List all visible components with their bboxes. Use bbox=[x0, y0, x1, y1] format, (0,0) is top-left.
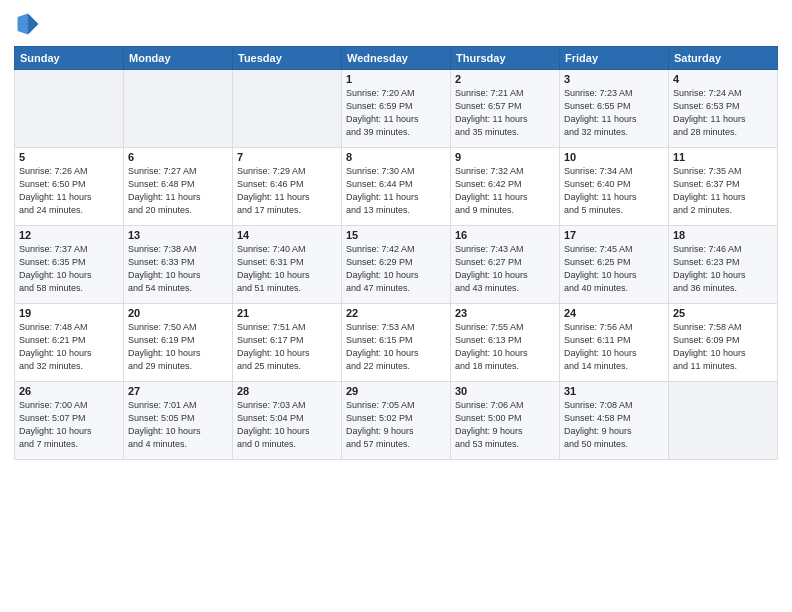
day-info: Sunrise: 7:40 AM Sunset: 6:31 PM Dayligh… bbox=[237, 243, 337, 295]
svg-marker-0 bbox=[28, 14, 39, 35]
calendar-cell: 13Sunrise: 7:38 AM Sunset: 6:33 PM Dayli… bbox=[124, 226, 233, 304]
day-number: 15 bbox=[346, 229, 446, 241]
header bbox=[14, 10, 778, 38]
day-number: 19 bbox=[19, 307, 119, 319]
day-number: 16 bbox=[455, 229, 555, 241]
day-number: 27 bbox=[128, 385, 228, 397]
day-info: Sunrise: 7:35 AM Sunset: 6:37 PM Dayligh… bbox=[673, 165, 773, 217]
day-info: Sunrise: 7:48 AM Sunset: 6:21 PM Dayligh… bbox=[19, 321, 119, 373]
day-info: Sunrise: 7:03 AM Sunset: 5:04 PM Dayligh… bbox=[237, 399, 337, 451]
calendar-cell: 22Sunrise: 7:53 AM Sunset: 6:15 PM Dayli… bbox=[342, 304, 451, 382]
day-info: Sunrise: 7:43 AM Sunset: 6:27 PM Dayligh… bbox=[455, 243, 555, 295]
calendar-cell: 17Sunrise: 7:45 AM Sunset: 6:25 PM Dayli… bbox=[560, 226, 669, 304]
day-number: 2 bbox=[455, 73, 555, 85]
day-info: Sunrise: 7:24 AM Sunset: 6:53 PM Dayligh… bbox=[673, 87, 773, 139]
calendar-week-2: 12Sunrise: 7:37 AM Sunset: 6:35 PM Dayli… bbox=[15, 226, 778, 304]
calendar-cell: 20Sunrise: 7:50 AM Sunset: 6:19 PM Dayli… bbox=[124, 304, 233, 382]
day-number: 9 bbox=[455, 151, 555, 163]
day-info: Sunrise: 7:51 AM Sunset: 6:17 PM Dayligh… bbox=[237, 321, 337, 373]
page: SundayMondayTuesdayWednesdayThursdayFrid… bbox=[0, 0, 792, 612]
day-number: 10 bbox=[564, 151, 664, 163]
calendar-week-4: 26Sunrise: 7:00 AM Sunset: 5:07 PM Dayli… bbox=[15, 382, 778, 460]
day-number: 30 bbox=[455, 385, 555, 397]
calendar-cell: 8Sunrise: 7:30 AM Sunset: 6:44 PM Daylig… bbox=[342, 148, 451, 226]
day-info: Sunrise: 7:01 AM Sunset: 5:05 PM Dayligh… bbox=[128, 399, 228, 451]
day-number: 13 bbox=[128, 229, 228, 241]
day-info: Sunrise: 7:26 AM Sunset: 6:50 PM Dayligh… bbox=[19, 165, 119, 217]
day-info: Sunrise: 7:06 AM Sunset: 5:00 PM Dayligh… bbox=[455, 399, 555, 451]
calendar-weekday-wednesday: Wednesday bbox=[342, 47, 451, 70]
calendar-cell: 9Sunrise: 7:32 AM Sunset: 6:42 PM Daylig… bbox=[451, 148, 560, 226]
calendar-cell bbox=[124, 70, 233, 148]
calendar-cell bbox=[669, 382, 778, 460]
calendar-week-1: 5Sunrise: 7:26 AM Sunset: 6:50 PM Daylig… bbox=[15, 148, 778, 226]
calendar-cell: 29Sunrise: 7:05 AM Sunset: 5:02 PM Dayli… bbox=[342, 382, 451, 460]
day-number: 1 bbox=[346, 73, 446, 85]
calendar-cell: 16Sunrise: 7:43 AM Sunset: 6:27 PM Dayli… bbox=[451, 226, 560, 304]
day-number: 18 bbox=[673, 229, 773, 241]
day-info: Sunrise: 7:34 AM Sunset: 6:40 PM Dayligh… bbox=[564, 165, 664, 217]
calendar-cell: 23Sunrise: 7:55 AM Sunset: 6:13 PM Dayli… bbox=[451, 304, 560, 382]
calendar-cell: 11Sunrise: 7:35 AM Sunset: 6:37 PM Dayli… bbox=[669, 148, 778, 226]
calendar-cell: 7Sunrise: 7:29 AM Sunset: 6:46 PM Daylig… bbox=[233, 148, 342, 226]
day-info: Sunrise: 7:32 AM Sunset: 6:42 PM Dayligh… bbox=[455, 165, 555, 217]
day-number: 6 bbox=[128, 151, 228, 163]
day-number: 21 bbox=[237, 307, 337, 319]
calendar-cell: 12Sunrise: 7:37 AM Sunset: 6:35 PM Dayli… bbox=[15, 226, 124, 304]
calendar-cell: 26Sunrise: 7:00 AM Sunset: 5:07 PM Dayli… bbox=[15, 382, 124, 460]
calendar-cell: 4Sunrise: 7:24 AM Sunset: 6:53 PM Daylig… bbox=[669, 70, 778, 148]
day-number: 12 bbox=[19, 229, 119, 241]
calendar-cell: 2Sunrise: 7:21 AM Sunset: 6:57 PM Daylig… bbox=[451, 70, 560, 148]
calendar-table: SundayMondayTuesdayWednesdayThursdayFrid… bbox=[14, 46, 778, 460]
day-number: 3 bbox=[564, 73, 664, 85]
calendar-weekday-friday: Friday bbox=[560, 47, 669, 70]
day-info: Sunrise: 7:37 AM Sunset: 6:35 PM Dayligh… bbox=[19, 243, 119, 295]
day-number: 8 bbox=[346, 151, 446, 163]
day-info: Sunrise: 7:30 AM Sunset: 6:44 PM Dayligh… bbox=[346, 165, 446, 217]
calendar-weekday-sunday: Sunday bbox=[15, 47, 124, 70]
day-info: Sunrise: 7:56 AM Sunset: 6:11 PM Dayligh… bbox=[564, 321, 664, 373]
day-info: Sunrise: 7:05 AM Sunset: 5:02 PM Dayligh… bbox=[346, 399, 446, 451]
day-info: Sunrise: 7:45 AM Sunset: 6:25 PM Dayligh… bbox=[564, 243, 664, 295]
day-number: 23 bbox=[455, 307, 555, 319]
day-number: 17 bbox=[564, 229, 664, 241]
day-info: Sunrise: 7:00 AM Sunset: 5:07 PM Dayligh… bbox=[19, 399, 119, 451]
calendar-cell: 27Sunrise: 7:01 AM Sunset: 5:05 PM Dayli… bbox=[124, 382, 233, 460]
logo-icon bbox=[14, 10, 42, 38]
day-info: Sunrise: 7:38 AM Sunset: 6:33 PM Dayligh… bbox=[128, 243, 228, 295]
day-info: Sunrise: 7:58 AM Sunset: 6:09 PM Dayligh… bbox=[673, 321, 773, 373]
day-number: 25 bbox=[673, 307, 773, 319]
calendar-week-0: 1Sunrise: 7:20 AM Sunset: 6:59 PM Daylig… bbox=[15, 70, 778, 148]
calendar-cell: 21Sunrise: 7:51 AM Sunset: 6:17 PM Dayli… bbox=[233, 304, 342, 382]
day-number: 22 bbox=[346, 307, 446, 319]
calendar-cell: 3Sunrise: 7:23 AM Sunset: 6:55 PM Daylig… bbox=[560, 70, 669, 148]
calendar-cell bbox=[233, 70, 342, 148]
calendar-weekday-tuesday: Tuesday bbox=[233, 47, 342, 70]
calendar-cell: 31Sunrise: 7:08 AM Sunset: 4:58 PM Dayli… bbox=[560, 382, 669, 460]
day-info: Sunrise: 7:55 AM Sunset: 6:13 PM Dayligh… bbox=[455, 321, 555, 373]
calendar-weekday-saturday: Saturday bbox=[669, 47, 778, 70]
calendar-cell: 6Sunrise: 7:27 AM Sunset: 6:48 PM Daylig… bbox=[124, 148, 233, 226]
day-number: 5 bbox=[19, 151, 119, 163]
day-info: Sunrise: 7:46 AM Sunset: 6:23 PM Dayligh… bbox=[673, 243, 773, 295]
day-info: Sunrise: 7:29 AM Sunset: 6:46 PM Dayligh… bbox=[237, 165, 337, 217]
day-info: Sunrise: 7:50 AM Sunset: 6:19 PM Dayligh… bbox=[128, 321, 228, 373]
day-info: Sunrise: 7:42 AM Sunset: 6:29 PM Dayligh… bbox=[346, 243, 446, 295]
svg-marker-1 bbox=[18, 14, 29, 35]
day-number: 20 bbox=[128, 307, 228, 319]
day-info: Sunrise: 7:08 AM Sunset: 4:58 PM Dayligh… bbox=[564, 399, 664, 451]
calendar-cell: 1Sunrise: 7:20 AM Sunset: 6:59 PM Daylig… bbox=[342, 70, 451, 148]
day-info: Sunrise: 7:53 AM Sunset: 6:15 PM Dayligh… bbox=[346, 321, 446, 373]
day-number: 7 bbox=[237, 151, 337, 163]
day-info: Sunrise: 7:21 AM Sunset: 6:57 PM Dayligh… bbox=[455, 87, 555, 139]
day-number: 4 bbox=[673, 73, 773, 85]
day-number: 14 bbox=[237, 229, 337, 241]
calendar-cell: 25Sunrise: 7:58 AM Sunset: 6:09 PM Dayli… bbox=[669, 304, 778, 382]
day-number: 26 bbox=[19, 385, 119, 397]
day-number: 28 bbox=[237, 385, 337, 397]
calendar-cell bbox=[15, 70, 124, 148]
calendar-cell: 28Sunrise: 7:03 AM Sunset: 5:04 PM Dayli… bbox=[233, 382, 342, 460]
calendar-header-row: SundayMondayTuesdayWednesdayThursdayFrid… bbox=[15, 47, 778, 70]
calendar-cell: 19Sunrise: 7:48 AM Sunset: 6:21 PM Dayli… bbox=[15, 304, 124, 382]
day-number: 11 bbox=[673, 151, 773, 163]
